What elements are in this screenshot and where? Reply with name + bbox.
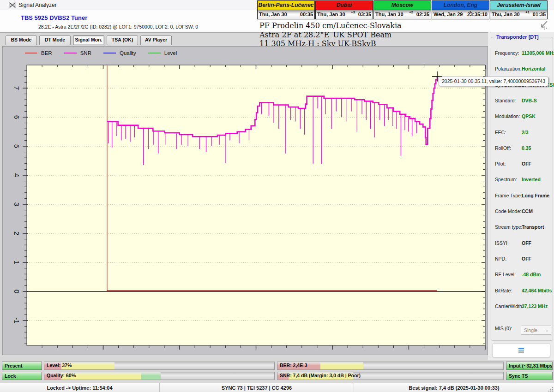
row-label: Frame Type:: [495, 193, 522, 198]
signal-chart-plot[interactable]: 76543210-1: [3, 47, 488, 355]
annotation-line-2: Astra 2F at 28.2°E_UK SPOT Beam: [259, 30, 402, 40]
clock-4: London, Eng Wed, Jan 29 -1 23:35:10: [432, 0, 489, 19]
chevron-down-icon: ⌄: [545, 326, 549, 334]
row-label: Code Mode:: [495, 208, 521, 214]
mode-button-signal-mon-[interactable]: Signal Mon.: [73, 36, 104, 45]
separator: [0, 32, 488, 33]
row-label: Standard:: [495, 98, 516, 103]
status-best-signal: Best signal: 7,4 dB (2025-01-30 00:33): [354, 383, 554, 392]
clock-date: Thu, Jan 30: [492, 12, 520, 17]
window-title: Signal Analyzer: [18, 2, 57, 8]
y-tick-label: 3: [13, 202, 21, 206]
transponder-row-modulation-: Modulation: QPSK: [491, 113, 553, 121]
y-tick-label: 7: [13, 86, 21, 90]
mode-button-bs-mode[interactable]: BS Mode: [6, 36, 37, 45]
clock-5: Jerusalem-Israel Thu, Jan 30 +1 01:35: [490, 0, 548, 19]
clock-utc-offset: +2: [409, 10, 413, 14]
ber-bar-label: BER: 2,4E-3: [280, 362, 307, 368]
row-label: RollOff:: [495, 145, 511, 151]
plot-area: [27, 65, 485, 345]
mode-button-av-player[interactable]: AV Player: [140, 36, 172, 45]
row-label: Spectrum:: [495, 177, 517, 182]
transponder-row-standard-: Standard: DVB-S: [491, 98, 553, 105]
level-bar-label: Level: 37%: [47, 362, 72, 368]
mis-selected-value: Single: [524, 327, 537, 333]
row-value: -48 dBm: [522, 272, 541, 277]
clock-time: 23:35:10: [467, 12, 488, 17]
row-label: RF Level:: [495, 272, 516, 277]
y-tick-label: -1: [13, 317, 21, 323]
transponder-row-bitrate-: BitRate: 42,464 Mbit/s: [491, 288, 553, 295]
row-value: Inverted: [522, 177, 541, 182]
row-label: CarrierWidth:: [495, 303, 524, 309]
sync-ts-indicator: Sync TS: [506, 372, 553, 380]
clock-time: 00:35: [300, 12, 313, 17]
mode-button-dt-mode[interactable]: DT Mode: [39, 36, 71, 45]
transponder-row-fec-: FEC: 2/3: [491, 130, 553, 137]
level-bar: Level: 37%: [44, 362, 275, 370]
row-label: Stream type:: [495, 224, 523, 230]
clock-city: Dubai: [316, 1, 373, 10]
transponder-title: Transponder [DT]: [495, 34, 540, 40]
row-value: OFF: [522, 161, 531, 166]
stream-list-button[interactable]: [492, 343, 550, 357]
quality-bar: Quality: 60%: [44, 372, 275, 380]
row-label: Polarization:: [495, 66, 522, 71]
y-tick-label: 4: [13, 173, 21, 177]
mis-select[interactable]: Single ⌄: [521, 326, 551, 335]
clock-time: 01:35: [533, 12, 546, 17]
status-bar: Locked -> Uptime: 11:54:04 SYNC 73 | TEI…: [0, 383, 554, 392]
snr-bar-label: SNR: 7,4 dB (Margin: 3,0 dB | Poor): [280, 373, 361, 378]
chart-panel: BER SNR Quality Level 76543210-1: [2, 46, 488, 355]
row-value: CCM: [522, 208, 533, 214]
clock-date: Thu, Jan 30: [375, 12, 403, 17]
clock-2: Dubai Thu, Jan 30 +3 03:35: [315, 0, 373, 19]
resize-grip[interactable]: [548, 386, 554, 392]
row-value: OFF: [522, 256, 531, 261]
clock-date: Thu, Jan 30: [259, 12, 287, 17]
transponder-row-npd-: NPD: OFF: [491, 256, 553, 263]
stack-icon: [518, 347, 524, 353]
clock-1: Berlin-Paris-Lučenec Thu, Jan 30 00:35: [257, 0, 315, 19]
transponder-row-spectrum-: Spectrum: Inverted: [491, 177, 553, 184]
row-value: 11305,006 MHz: [522, 50, 554, 56]
mis-label: MIS (0):: [495, 326, 512, 331]
y-tick-label: 1: [13, 261, 21, 264]
pointer-icon: [537, 19, 549, 31]
status-lock-uptime: Locked -> Uptime: 11:54:04: [0, 383, 160, 392]
row-value: QPSK: [522, 113, 536, 119]
tuner-title: TBS 5925 DVBS2 Tuner: [21, 14, 87, 21]
y-tick-label: 0: [13, 290, 21, 293]
transponder-row-stream-type-: Stream type: Transport: [491, 224, 553, 232]
clock-time-row: Thu, Jan 30 00:35: [258, 10, 314, 19]
snr-bar: SNR: 7,4 dB (Margin: 3,0 dB | Poor): [277, 372, 504, 380]
transponder-row-polarization-: Polarization: Horizontal: [491, 66, 553, 73]
tuner-subtitle: 28.2E - Astra 2E/2F/2G (ID: 0282) @ LOF1…: [38, 24, 198, 30]
row-label: Modulation:: [495, 113, 520, 119]
clock-city: Jerusalem-Israel: [490, 1, 547, 10]
clock-city: London, Eng: [432, 1, 489, 10]
transponder-row-carrierwidth-: CarrierWidth: 37,123 MHz: [491, 303, 553, 311]
world-clocks: Berlin-Paris-Lučenec Thu, Jan 30 00:35 D…: [257, 0, 548, 19]
clock-3: Moscow Thu, Jan 30 +2 02:35: [373, 0, 431, 19]
app-icon: [9, 2, 16, 8]
row-value: Transport: [522, 224, 544, 230]
transponder-row-frequency-: Frequency: 11305,006 MHz: [491, 50, 553, 58]
bar-segment: [141, 372, 161, 380]
row-value: Horizontal: [522, 66, 545, 71]
bar-segment: [320, 362, 363, 369]
y-tick-label: 2: [13, 232, 21, 235]
row-value: OFF: [522, 240, 531, 246]
row-value: 37,123 MHz: [522, 303, 548, 309]
clock-time-row: Wed, Jan 29 -1 23:35:10: [432, 10, 489, 19]
mode-button-row: BS ModeDT ModeSignal Mon.TSA (OK)AV Play…: [6, 36, 172, 45]
row-label: ISSYI: [495, 240, 507, 246]
mode-button-tsa-ok-[interactable]: TSA (OK): [107, 36, 138, 45]
transponder-row-frame-type-: Frame Type: Long Frame: [491, 193, 553, 200]
transponder-row-code-mode-: Code Mode: CCM: [491, 208, 553, 216]
y-tick-label: 5: [13, 144, 21, 148]
present-indicator: Present: [2, 362, 42, 370]
status-sync-counters: SYNC 73 | TEI 5237 | CC 4296: [160, 383, 354, 392]
row-value: DVB-S: [522, 98, 537, 103]
ber-bar: BER: 2,4E-3: [277, 362, 504, 370]
